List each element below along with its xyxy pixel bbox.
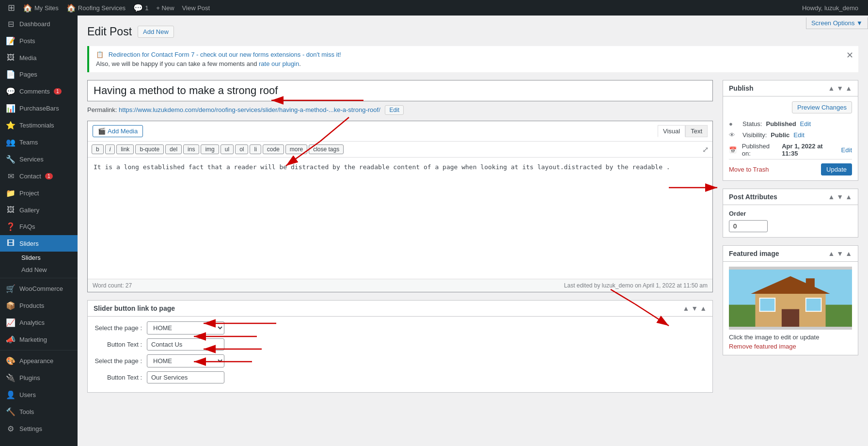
editor-content-area[interactable]: It is a long established fact that a rea… (88, 158, 712, 279)
svg-rect-4 (782, 309, 799, 327)
format-img[interactable]: img (201, 144, 219, 154)
sidebar-item-services[interactable]: 🔧 Services (0, 151, 78, 168)
format-link[interactable]: link (116, 144, 134, 154)
sidebar-item-analytics[interactable]: 📈 Analytics (0, 314, 78, 331)
sidebar-item-gallery[interactable]: 🖼 Gallery (0, 202, 78, 218)
slider-collapse-up[interactable]: ▲ (682, 304, 689, 312)
visibility-icon: 👁 (729, 131, 739, 139)
featured-image-thumbnail[interactable] (729, 267, 852, 330)
sidebar-item-settings[interactable]: ⚙ Settings (0, 420, 78, 437)
sidebar-item-dashboard[interactable]: ⊟ Dashboard (0, 16, 78, 32)
sidebar-item-products[interactable]: 📦 Products (0, 297, 78, 314)
post-attributes-box: Post Attributes ▲ ▼ ▲ Order (723, 189, 858, 238)
attributes-collapse-up[interactable]: ▲ (828, 193, 835, 201)
featured-image-collapse-controls[interactable]: ▲ ▼ ▲ (828, 250, 852, 257)
sidebar-item-teams[interactable]: 👥 Teams (0, 134, 78, 151)
order-input[interactable] (729, 220, 768, 232)
post-title-input[interactable] (87, 80, 713, 101)
featured-image-collapse-up[interactable]: ▲ (828, 250, 835, 257)
sidebar-item-purchasebars[interactable]: 📊 PurchaseBars (0, 100, 78, 117)
format-italic[interactable]: i (105, 144, 115, 154)
edit-visibility-link[interactable]: Edit (793, 131, 804, 139)
svg-rect-5 (760, 298, 775, 311)
remove-featured-image-link[interactable]: Remove featured image (729, 343, 796, 350)
admin-bar-logo[interactable]: ⊞ (4, 0, 19, 16)
visual-tab[interactable]: Visual (658, 125, 685, 137)
slider-page-select-row-1: Select the page : HOME About Services Co… (94, 321, 707, 334)
sidebar-item-users[interactable]: 👤 Users (0, 386, 78, 403)
screen-options-button[interactable]: Screen Options ▼ (806, 17, 868, 29)
notice-box: ✕ 📋 Redirection for Contact Form 7 - che… (87, 46, 858, 72)
sidebar-item-faqs[interactable]: ❓ FAQs (0, 218, 78, 235)
admin-bar-site[interactable]: 🏠 Roofing Services (63, 0, 129, 16)
faqs-icon: ❓ (6, 222, 16, 231)
admin-bar-view-post[interactable]: View Post (178, 0, 214, 16)
format-code[interactable]: code (263, 144, 284, 154)
format-bar: b i link b-quote del ins img ul ol li co… (88, 142, 712, 158)
format-bquote[interactable]: b-quote (135, 144, 164, 154)
format-bold[interactable]: b (92, 144, 104, 154)
attributes-collapse-controls[interactable]: ▲ ▼ ▲ (828, 193, 852, 201)
admin-bar-comments[interactable]: 💬 1 (129, 0, 152, 16)
edit-status-link[interactable]: Edit (800, 120, 811, 127)
featured-image-collapse-close[interactable]: ▲ (845, 250, 852, 257)
sidebar-item-testimonials[interactable]: ⭐ Testimonials (0, 117, 78, 134)
format-more[interactable]: more (285, 144, 307, 154)
sidebar-item-sliders[interactable]: 🎞 Sliders (0, 235, 78, 252)
permalink-url[interactable]: https://www.luzukdemo.com/demo/roofing-s… (119, 106, 380, 113)
publish-date-row: 📅 Published on: Apr 1, 2022 at 11:35 Edi… (729, 141, 852, 159)
sidebar-sub-add-new[interactable]: Add New (0, 264, 78, 276)
slider-page-select-1[interactable]: HOME About Services Contact (147, 321, 224, 334)
publish-collapse-controls[interactable]: ▲ ▼ ▲ (828, 84, 852, 92)
publish-collapse-up[interactable]: ▲ (828, 84, 835, 92)
notice-link[interactable]: Redirection for Contact Form 7 - check o… (109, 51, 341, 58)
sidebar-item-project[interactable]: 📁 Project (0, 185, 78, 202)
sidebar-item-marketing[interactable]: 📣 Marketing (0, 331, 78, 348)
publish-collapse-down[interactable]: ▼ (836, 84, 843, 92)
sliders-icon: 🎞 (6, 239, 16, 248)
sidebar-item-appearance[interactable]: 🎨 Appearance (0, 352, 78, 369)
format-closetags[interactable]: close tags (309, 144, 344, 154)
media-upload-icon: 🎬 (98, 127, 106, 135)
slider-collapse-down[interactable]: ▼ (691, 304, 698, 312)
attributes-collapse-close[interactable]: ▲ (845, 193, 852, 201)
rate-plugin-link[interactable]: rate our plugin (259, 60, 299, 67)
format-ul[interactable]: ul (221, 144, 234, 154)
format-del[interactable]: del (165, 144, 182, 154)
sidebar-item-pages[interactable]: 📄 Pages (0, 66, 78, 83)
expand-icon[interactable]: ⤢ (702, 145, 709, 154)
featured-image-collapse-down[interactable]: ▼ (836, 250, 843, 257)
publish-box-body: Preview Changes ● Status: Published Edit… (723, 96, 858, 180)
format-ins[interactable]: ins (183, 144, 199, 154)
preview-changes-button[interactable]: Preview Changes (792, 101, 852, 113)
editor-box: 🎬 Add Media Visual Text b i link b-quote… (87, 121, 713, 292)
slider-collapse-close[interactable]: ▲ (700, 304, 707, 312)
admin-bar-new[interactable]: + New (152, 0, 178, 16)
format-li[interactable]: li (250, 144, 261, 154)
contact-icon: ✉ (6, 172, 16, 181)
sidebar-item-comments[interactable]: 💬 Comments 1 (0, 83, 78, 100)
publish-collapse-close[interactable]: ▲ (845, 84, 852, 92)
update-button[interactable]: Update (821, 163, 852, 175)
slider-button-text-input-1[interactable] (147, 338, 224, 350)
sidebar-item-contact[interactable]: ✉ Contact 1 (0, 168, 78, 185)
permalink-edit-button[interactable]: Edit (385, 105, 404, 115)
sidebar-item-tools[interactable]: 🔨 Tools (0, 403, 78, 420)
sidebar-item-posts[interactable]: 📝 Posts (0, 32, 78, 49)
move-to-trash-link[interactable]: Move to Trash (729, 166, 769, 173)
edit-date-link[interactable]: Edit (841, 146, 852, 154)
add-media-button[interactable]: 🎬 Add Media (93, 125, 143, 137)
format-ol[interactable]: ol (235, 144, 248, 154)
slider-collapse-controls[interactable]: ▲ ▼ ▲ (682, 304, 707, 312)
slider-page-select-2[interactable]: HOME About Services Contact (147, 354, 224, 367)
sidebar-sub-sliders[interactable]: Sliders (0, 252, 78, 264)
text-tab[interactable]: Text (685, 125, 708, 137)
add-new-button[interactable]: Add New (138, 26, 174, 38)
attributes-collapse-down[interactable]: ▼ (836, 193, 843, 201)
notice-close-button[interactable]: ✕ (846, 50, 853, 61)
slider-button-text-input-2[interactable] (147, 371, 224, 383)
admin-bar-mysites[interactable]: 🏠 My Sites (19, 0, 63, 16)
sidebar-item-woocommerce[interactable]: 🛒 WooCommerce (0, 280, 78, 297)
sidebar-item-media[interactable]: 🖼 Media (0, 49, 78, 66)
sidebar-item-plugins[interactable]: 🔌 Plugins (0, 369, 78, 386)
